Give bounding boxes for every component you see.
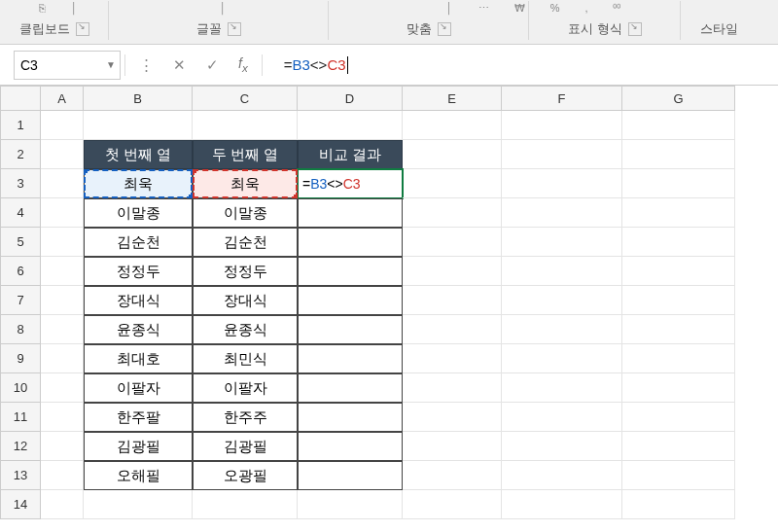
cell[interactable] [193,111,298,140]
dialog-launcher-icon[interactable] [76,22,89,36]
table-header[interactable]: 비교 결과 [298,140,403,169]
cell-b3-selected[interactable]: 최욱 [84,169,193,198]
cell[interactable]: 장대식 [193,286,298,315]
ribbon-group-number[interactable]: 표시 형식 [529,20,681,44]
cell[interactable] [502,461,622,490]
cell[interactable] [298,228,403,257]
cell[interactable] [298,461,403,490]
cell[interactable] [41,461,84,490]
cell[interactable]: 오광필 [193,461,298,490]
table-header[interactable]: 두 번째 열 [193,140,298,169]
cell[interactable] [502,344,622,373]
cell[interactable] [622,111,735,140]
row-header[interactable]: 13 [0,461,41,490]
cell[interactable] [622,315,735,344]
cell[interactable] [403,228,502,257]
enter-button[interactable]: ✓ [195,56,229,74]
cell[interactable]: 김순천 [84,228,193,257]
cell[interactable] [622,461,735,490]
cell[interactable] [502,432,622,461]
cell[interactable] [403,315,502,344]
cell[interactable] [403,432,502,461]
cell[interactable]: 윤종식 [84,315,193,344]
cell[interactable]: 김광필 [84,432,193,461]
col-header[interactable]: G [622,86,735,111]
chevron-down-icon[interactable]: ▼ [106,59,116,70]
cell[interactable]: 김순천 [193,228,298,257]
cell[interactable] [622,257,735,286]
cell[interactable] [298,490,403,519]
ribbon-group-alignment[interactable]: 맞춤 [329,20,529,44]
cell[interactable] [41,286,84,315]
cell[interactable] [403,373,502,403]
col-header[interactable]: B [84,86,193,111]
cancel-button[interactable]: ✕ [162,56,195,74]
name-box[interactable]: C3 ▼ [14,51,121,80]
cell[interactable] [502,315,622,344]
cell[interactable] [41,257,84,286]
cell[interactable]: 이말종 [84,198,193,228]
cell[interactable]: 최대호 [84,344,193,373]
dots-button[interactable]: ⋮ [129,56,162,74]
cell[interactable]: 오해필 [84,461,193,490]
row-header[interactable]: 6 [0,257,41,286]
cell[interactable]: 이팔자 [84,373,193,403]
cell[interactable] [502,490,622,519]
formula-input[interactable]: =B3< >C3 [266,45,778,85]
cell[interactable]: 이말종 [193,198,298,228]
row-header[interactable]: 5 [0,228,41,257]
cell[interactable]: 한주주 [193,403,298,432]
cell[interactable]: 정정두 [84,257,193,286]
cell[interactable] [298,257,403,286]
col-header[interactable]: E [403,86,502,111]
cell[interactable] [41,140,84,169]
cell[interactable]: 장대식 [84,286,193,315]
cell[interactable] [41,111,84,140]
cell[interactable] [193,490,298,519]
row-header[interactable]: 9 [0,344,41,373]
cell[interactable]: 한주팔 [84,403,193,432]
dialog-launcher-icon[interactable] [628,22,642,36]
cell[interactable] [403,198,502,228]
cell[interactable] [41,198,84,228]
col-header[interactable]: F [502,86,622,111]
cell[interactable] [298,344,403,373]
cell[interactable] [403,403,502,432]
ribbon-group-styles[interactable]: 스타일 [681,20,758,44]
cell[interactable] [41,315,84,344]
cell[interactable] [298,315,403,344]
cell[interactable] [622,432,735,461]
cell[interactable] [403,461,502,490]
cell[interactable] [84,111,193,140]
cell[interactable] [502,257,622,286]
dialog-launcher-icon[interactable] [228,22,241,36]
ribbon-group-font[interactable]: 글꼴 [109,20,329,44]
cell[interactable] [502,373,622,403]
row-header[interactable]: 3 [0,169,41,198]
cell[interactable] [298,198,403,228]
cell[interactable] [298,373,403,403]
cell[interactable] [502,228,622,257]
cell[interactable] [502,140,622,169]
cell[interactable] [403,286,502,315]
cell[interactable] [403,257,502,286]
col-header[interactable]: C [193,86,298,111]
col-header[interactable]: A [41,86,84,111]
cell[interactable] [298,403,403,432]
cell[interactable]: 최민식 [193,344,298,373]
row-header[interactable]: 1 [0,111,41,140]
cell[interactable] [403,344,502,373]
cell[interactable] [403,490,502,519]
select-all-corner[interactable] [0,86,41,111]
cell[interactable] [622,228,735,257]
cell[interactable] [403,111,502,140]
row-header[interactable]: 14 [0,490,41,519]
cell[interactable] [41,490,84,519]
cell[interactable]: 김광필 [193,432,298,461]
cell[interactable] [622,344,735,373]
row-header[interactable]: 2 [0,140,41,169]
row-header[interactable]: 4 [0,198,41,228]
table-header[interactable]: 첫 번째 열 [84,140,193,169]
worksheet[interactable]: A B C D E F G 1 2 3 4 5 6 7 8 9 10 11 12… [0,86,778,532]
col-header[interactable]: D [298,86,403,111]
